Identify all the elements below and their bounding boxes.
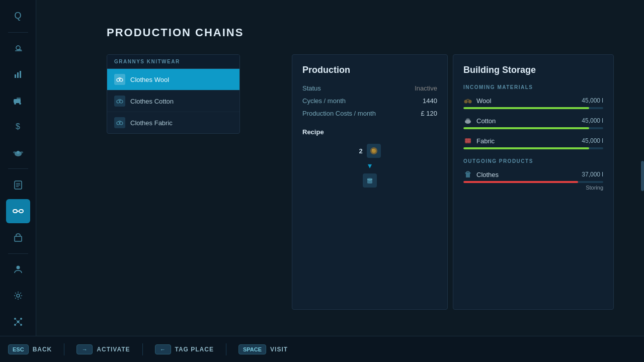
recipe-ingredient: 2 bbox=[359, 144, 380, 158]
storage-bar-cotton-fill bbox=[463, 127, 589, 129]
nodes-icon bbox=[13, 317, 23, 327]
storage-item-fabric: Fabric 45,000 l bbox=[463, 136, 603, 149]
sidebar-btn-nodes[interactable] bbox=[6, 310, 30, 334]
hotkey-visit-key: SPACE bbox=[238, 344, 266, 354]
chain-item-icon-fabric bbox=[114, 117, 125, 128]
svg-point-32 bbox=[120, 78, 123, 81]
svg-point-42 bbox=[465, 120, 471, 124]
storage-item-clothes-row: Clothes 37,000 l bbox=[463, 170, 603, 179]
sidebar-btn-weather[interactable] bbox=[6, 37, 30, 61]
storage-item-wool-count: 45,000 l bbox=[582, 97, 603, 104]
recipe-ingredient-icon bbox=[367, 144, 381, 158]
storage-item-wool-row: Wool 45,000 l bbox=[463, 96, 603, 105]
recipe-arrow: ▾ bbox=[368, 161, 372, 170]
hotkey-activate-key: → bbox=[76, 344, 93, 354]
hotkey-activate[interactable]: → ACTIVATE bbox=[76, 344, 130, 354]
hotkey-divider-2 bbox=[142, 343, 143, 355]
svg-rect-1 bbox=[15, 74, 16, 78]
svg-point-26 bbox=[20, 324, 22, 326]
hotkey-esc[interactable]: ESC BACK bbox=[8, 344, 52, 354]
bottom-bar: ESC BACK → ACTIVATE ← TAG PLACE SPACE VI… bbox=[0, 336, 644, 362]
hotkey-visit[interactable]: SPACE VISIT bbox=[238, 344, 288, 354]
storage-bar-clothes-bg bbox=[463, 181, 603, 183]
storing-label: Storing bbox=[463, 185, 603, 191]
incoming-materials-header: INCOMING MATERIALS bbox=[463, 84, 603, 90]
storage-item-wool: Wool 45,000 l bbox=[463, 96, 603, 109]
storage-item-clothes-count: 37,000 l bbox=[582, 171, 603, 178]
recipe-output-icon bbox=[363, 173, 377, 188]
svg-rect-5 bbox=[17, 98, 21, 101]
sidebar-btn-animals[interactable] bbox=[6, 141, 30, 165]
hotkey-activate-label: ACTIVATE bbox=[97, 346, 130, 353]
sidebar-btn-stats[interactable] bbox=[6, 62, 30, 86]
storage-bar-fabric-bg bbox=[463, 147, 603, 149]
svg-rect-17 bbox=[19, 210, 23, 213]
chain-group-header: GRANNYS KNITWEAR bbox=[107, 55, 239, 69]
recipe-count: 2 bbox=[359, 147, 362, 155]
svg-point-23 bbox=[14, 318, 16, 320]
svg-point-34 bbox=[120, 100, 123, 103]
sidebar-btn-market[interactable] bbox=[6, 225, 30, 249]
chain-item-clothes-fabric[interactable]: Clothes Fabric bbox=[107, 112, 239, 133]
sidebar-btn-money[interactable]: $ bbox=[6, 115, 30, 139]
chain-item-icon-cotton bbox=[114, 96, 125, 107]
costs-label: Production Costs / month bbox=[302, 110, 376, 117]
svg-point-38 bbox=[372, 149, 376, 153]
notes-icon bbox=[14, 180, 23, 190]
settings-icon bbox=[13, 291, 23, 301]
svg-line-27 bbox=[16, 320, 18, 321]
svg-point-20 bbox=[16, 266, 20, 269]
q-icon: Q bbox=[14, 11, 21, 21]
sidebar-divider-1 bbox=[8, 32, 28, 33]
storage-item-wool-name: Wool bbox=[463, 96, 491, 105]
scrollbar-handle[interactable] bbox=[641, 161, 644, 191]
svg-point-25 bbox=[14, 324, 16, 326]
svg-point-11 bbox=[17, 151, 20, 154]
svg-rect-2 bbox=[17, 72, 19, 78]
production-panel: Production Status Inactive Cycles / mont… bbox=[292, 54, 448, 310]
storage-item-cotton-row: Cotton 45,000 l bbox=[463, 116, 603, 125]
chain-item-clothes-cotton[interactable]: Clothes Cotton bbox=[107, 90, 239, 112]
clothes-product-icon bbox=[463, 170, 472, 179]
svg-point-40 bbox=[464, 100, 468, 104]
svg-rect-3 bbox=[20, 71, 21, 78]
chain-item-icon-wool bbox=[114, 74, 125, 85]
sidebar-btn-notes[interactable] bbox=[6, 173, 30, 197]
status-value: Inactive bbox=[415, 84, 437, 92]
hotkey-tagplace[interactable]: ← TAG PLACE bbox=[155, 344, 214, 354]
sidebar-btn-chains[interactable] bbox=[6, 199, 30, 223]
chain-item-clothes-wool[interactable]: Clothes Wool bbox=[107, 69, 239, 90]
cycles-value: 1440 bbox=[423, 97, 437, 105]
svg-point-6 bbox=[14, 103, 16, 105]
market-icon bbox=[13, 232, 23, 242]
storage-item-cotton: Cotton 45,000 l bbox=[463, 116, 603, 129]
workers-icon bbox=[13, 264, 23, 275]
fabric-material-icon bbox=[463, 136, 472, 145]
status-row: Status Inactive bbox=[302, 84, 437, 92]
svg-point-33 bbox=[117, 100, 120, 103]
sidebar-btn-vehicle[interactable] bbox=[6, 88, 30, 113]
storage-bar-fabric-fill bbox=[463, 147, 589, 149]
svg-point-31 bbox=[117, 78, 120, 81]
sidebar-btn-settings[interactable] bbox=[6, 284, 30, 308]
hotkey-divider-3 bbox=[226, 343, 226, 355]
svg-point-41 bbox=[468, 100, 472, 104]
sidebar-btn-q[interactable]: Q bbox=[6, 4, 30, 28]
sidebar-btn-workers[interactable] bbox=[6, 258, 30, 282]
svg-line-29 bbox=[16, 323, 18, 324]
recipe-area: 2 ▾ bbox=[302, 144, 437, 188]
hotkey-esc-key: ESC bbox=[8, 344, 29, 354]
storage-item-cotton-count: 45,000 l bbox=[582, 117, 603, 124]
wool-material-icon bbox=[463, 96, 472, 105]
chain-item-label-fabric: Clothes Fabric bbox=[130, 119, 173, 127]
weather-icon bbox=[13, 44, 23, 54]
costs-value: £ 120 bbox=[421, 110, 437, 117]
svg-rect-19 bbox=[15, 236, 22, 241]
storage-panel: Building Storage INCOMING MATERIALS Wool… bbox=[453, 54, 614, 310]
storage-item-fabric-name: Fabric bbox=[463, 136, 495, 145]
storage-bar-cotton-bg bbox=[463, 127, 603, 129]
hotkey-tagplace-label: TAG PLACE bbox=[175, 346, 214, 353]
hotkey-visit-label: VISIT bbox=[270, 346, 288, 353]
cotton-material-icon bbox=[463, 116, 472, 125]
storage-item-clothes: Clothes 37,000 l Storing bbox=[463, 170, 603, 191]
